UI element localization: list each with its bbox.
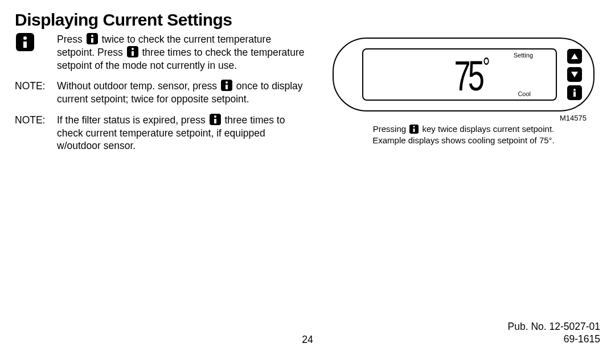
text: Pressing [373, 124, 409, 134]
info-icon [210, 114, 221, 125]
section-heading: Displaying Current Settings [15, 10, 600, 30]
caption-line-2: Example displays shows cooling setpoint … [327, 135, 600, 146]
chevron-down-icon [571, 72, 578, 77]
figure-caption: Pressing key twice displays current setp… [327, 123, 600, 147]
lead-icon-cell [15, 33, 57, 72]
text: If the filter status is expired, press [57, 114, 208, 126]
thermostat-screen: Setting 75° Cool [362, 48, 557, 101]
info-icon [16, 33, 34, 51]
instruction-main-text: Press twice to check the current tempera… [57, 33, 311, 72]
instruction-main: Press twice to check the current tempera… [15, 33, 311, 72]
note-2-text: If the filter status is expired, press t… [57, 114, 311, 152]
down-button[interactable] [567, 67, 582, 82]
note-1-text: Without outdoor temp. sensor, press once… [57, 80, 311, 106]
page-number: 24 [302, 334, 313, 346]
caption-line-1: Pressing key twice displays current setp… [327, 123, 600, 135]
doc-number: 69-1615 [564, 333, 600, 345]
info-icon [221, 80, 232, 91]
left-column: Press twice to check the current tempera… [15, 33, 311, 160]
info-button[interactable] [567, 85, 582, 100]
note-1: NOTE: Without outdoor temp. sensor, pres… [15, 80, 311, 106]
text: Without outdoor temp. sensor, press [57, 80, 220, 92]
manual-page: Displaying Current Settings Press twice … [0, 0, 615, 364]
note-2: NOTE: If the filter status is expired, p… [15, 114, 311, 152]
temp-number: 75 [454, 53, 482, 100]
figure-number: M14575 [327, 114, 587, 122]
info-icon [127, 46, 138, 57]
page-footer: 24 Pub. No. 12-5027-01 69-1615 [15, 316, 600, 346]
screen-label-setting: Setting [514, 52, 533, 59]
info-icon [87, 33, 98, 44]
note-label: NOTE: [15, 114, 57, 152]
up-button[interactable] [567, 49, 582, 64]
text: Press [57, 34, 85, 45]
thermostat-buttons [567, 49, 582, 100]
text: key twice displays current setpoint. [422, 124, 554, 134]
thermostat-device: Setting 75° Cool [333, 38, 594, 111]
screen-label-mode: Cool [518, 90, 531, 97]
info-icon [409, 125, 419, 134]
right-column: Setting 75° Cool M14575 Pressing [327, 33, 600, 160]
pub-number: Pub. No. 12-5027-01 [508, 321, 600, 332]
chevron-up-icon [571, 53, 578, 59]
degree-symbol: ° [483, 53, 487, 82]
screen-temp-value: 75° [454, 54, 487, 97]
note-label: NOTE: [15, 80, 57, 106]
content-columns: Press twice to check the current tempera… [15, 33, 600, 160]
